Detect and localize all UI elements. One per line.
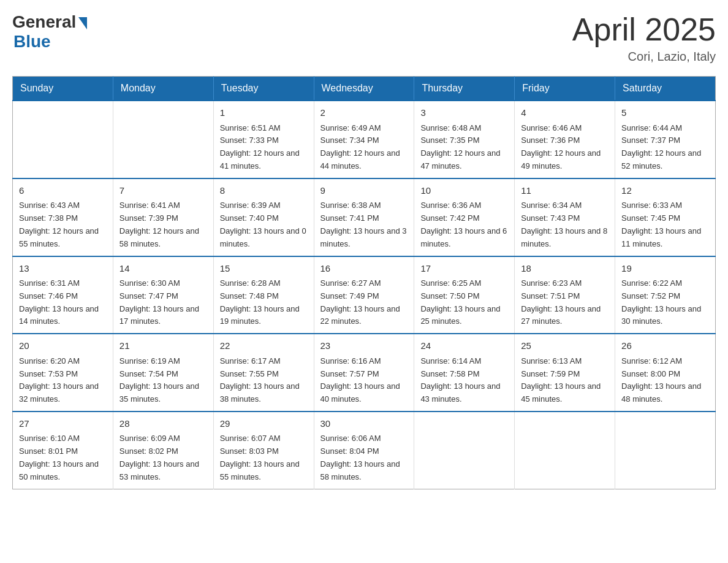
month-title: April 2025: [572, 12, 716, 47]
calendar-day-8: 8Sunrise: 6:39 AMSunset: 7:40 PMDaylight…: [213, 178, 314, 256]
title-block: April 2025 Cori, Lazio, Italy: [572, 12, 716, 64]
calendar-day-11: 11Sunrise: 6:34 AMSunset: 7:43 PMDayligh…: [515, 178, 615, 256]
day-number: 14: [119, 262, 207, 276]
day-info: Sunrise: 6:31 AMSunset: 7:46 PMDaylight:…: [19, 277, 107, 328]
calendar-day-25: 25Sunrise: 6:13 AMSunset: 7:59 PMDayligh…: [515, 334, 615, 412]
day-info: Sunrise: 6:13 AMSunset: 7:59 PMDaylight:…: [521, 355, 609, 406]
day-info: Sunrise: 6:41 AMSunset: 7:39 PMDaylight:…: [119, 199, 207, 250]
calendar-day-28: 28Sunrise: 6:09 AMSunset: 8:02 PMDayligh…: [113, 412, 213, 489]
calendar-day-17: 17Sunrise: 6:25 AMSunset: 7:50 PMDayligh…: [414, 256, 515, 334]
day-number: 28: [119, 417, 207, 431]
calendar-day-29: 29Sunrise: 6:07 AMSunset: 8:03 PMDayligh…: [213, 412, 314, 489]
calendar-day-30: 30Sunrise: 6:06 AMSunset: 8:04 PMDayligh…: [314, 412, 414, 489]
calendar-day-16: 16Sunrise: 6:27 AMSunset: 7:49 PMDayligh…: [314, 256, 414, 334]
day-number: 11: [521, 184, 609, 198]
day-info: Sunrise: 6:39 AMSunset: 7:40 PMDaylight:…: [220, 199, 308, 250]
calendar-day-12: 12Sunrise: 6:33 AMSunset: 7:45 PMDayligh…: [615, 178, 716, 256]
header-day-sunday: Sunday: [13, 77, 113, 101]
day-info: Sunrise: 6:23 AMSunset: 7:51 PMDaylight:…: [521, 277, 609, 328]
empty-cell: [414, 412, 515, 489]
calendar-day-3: 3Sunrise: 6:48 AMSunset: 7:35 PMDaylight…: [414, 101, 515, 178]
header-day-thursday: Thursday: [414, 77, 515, 101]
day-number: 19: [621, 262, 709, 276]
day-number: 24: [420, 339, 508, 353]
day-number: 6: [19, 184, 107, 198]
day-info: Sunrise: 6:10 AMSunset: 8:01 PMDaylight:…: [19, 432, 107, 483]
day-info: Sunrise: 6:33 AMSunset: 7:45 PMDaylight:…: [621, 199, 709, 250]
header-day-saturday: Saturday: [615, 77, 716, 101]
day-number: 26: [621, 339, 709, 353]
day-info: Sunrise: 6:44 AMSunset: 7:37 PMDaylight:…: [621, 122, 709, 173]
calendar-day-20: 20Sunrise: 6:20 AMSunset: 7:53 PMDayligh…: [13, 334, 113, 412]
day-number: 30: [320, 417, 408, 431]
calendar-day-9: 9Sunrise: 6:38 AMSunset: 7:41 PMDaylight…: [314, 178, 414, 256]
calendar-day-13: 13Sunrise: 6:31 AMSunset: 7:46 PMDayligh…: [13, 256, 113, 334]
header-day-wednesday: Wednesday: [314, 77, 414, 101]
calendar-day-27: 27Sunrise: 6:10 AMSunset: 8:01 PMDayligh…: [13, 412, 113, 489]
header-day-tuesday: Tuesday: [213, 77, 314, 101]
empty-cell: [615, 412, 716, 489]
day-info: Sunrise: 6:19 AMSunset: 7:54 PMDaylight:…: [119, 355, 207, 406]
day-number: 27: [19, 417, 107, 431]
calendar-week-4: 20Sunrise: 6:20 AMSunset: 7:53 PMDayligh…: [13, 334, 716, 412]
day-info: Sunrise: 6:36 AMSunset: 7:42 PMDaylight:…: [420, 199, 508, 250]
day-number: 5: [621, 106, 709, 120]
day-info: Sunrise: 6:20 AMSunset: 7:53 PMDaylight:…: [19, 355, 107, 406]
calendar-header-row: SundayMondayTuesdayWednesdayThursdayFrid…: [13, 77, 716, 101]
day-info: Sunrise: 6:46 AMSunset: 7:36 PMDaylight:…: [521, 122, 609, 173]
calendar-day-2: 2Sunrise: 6:49 AMSunset: 7:34 PMDaylight…: [314, 101, 414, 178]
day-info: Sunrise: 6:06 AMSunset: 8:04 PMDaylight:…: [320, 432, 408, 483]
day-number: 21: [119, 339, 207, 353]
day-info: Sunrise: 6:48 AMSunset: 7:35 PMDaylight:…: [420, 122, 508, 173]
day-number: 22: [220, 339, 308, 353]
day-info: Sunrise: 6:17 AMSunset: 7:55 PMDaylight:…: [220, 355, 308, 406]
day-info: Sunrise: 6:38 AMSunset: 7:41 PMDaylight:…: [320, 199, 408, 250]
day-number: 18: [521, 262, 609, 276]
day-number: 17: [420, 262, 508, 276]
day-info: Sunrise: 6:51 AMSunset: 7:33 PMDaylight:…: [220, 122, 308, 173]
day-number: 10: [420, 184, 508, 198]
day-info: Sunrise: 6:12 AMSunset: 8:00 PMDaylight:…: [621, 355, 709, 406]
day-info: Sunrise: 6:43 AMSunset: 7:38 PMDaylight:…: [19, 199, 107, 250]
empty-cell: [515, 412, 615, 489]
calendar-day-1: 1Sunrise: 6:51 AMSunset: 7:33 PMDaylight…: [213, 101, 314, 178]
calendar-day-14: 14Sunrise: 6:30 AMSunset: 7:47 PMDayligh…: [113, 256, 213, 334]
calendar-day-10: 10Sunrise: 6:36 AMSunset: 7:42 PMDayligh…: [414, 178, 515, 256]
calendar-day-26: 26Sunrise: 6:12 AMSunset: 8:00 PMDayligh…: [615, 334, 716, 412]
day-number: 4: [521, 106, 609, 120]
day-number: 29: [220, 417, 308, 431]
day-number: 2: [320, 106, 408, 120]
day-number: 13: [19, 262, 107, 276]
day-info: Sunrise: 6:49 AMSunset: 7:34 PMDaylight:…: [320, 122, 408, 173]
day-info: Sunrise: 6:09 AMSunset: 8:02 PMDaylight:…: [119, 432, 207, 483]
day-info: Sunrise: 6:16 AMSunset: 7:57 PMDaylight:…: [320, 355, 408, 406]
calendar-day-4: 4Sunrise: 6:46 AMSunset: 7:36 PMDaylight…: [515, 101, 615, 178]
calendar-day-23: 23Sunrise: 6:16 AMSunset: 7:57 PMDayligh…: [314, 334, 414, 412]
calendar-week-1: 1Sunrise: 6:51 AMSunset: 7:33 PMDaylight…: [13, 101, 716, 178]
day-number: 12: [621, 184, 709, 198]
day-number: 8: [220, 184, 308, 198]
day-info: Sunrise: 6:27 AMSunset: 7:49 PMDaylight:…: [320, 277, 408, 328]
day-number: 1: [220, 106, 308, 120]
day-number: 9: [320, 184, 408, 198]
header-day-friday: Friday: [515, 77, 615, 101]
calendar-day-19: 19Sunrise: 6:22 AMSunset: 7:52 PMDayligh…: [615, 256, 716, 334]
calendar-day-21: 21Sunrise: 6:19 AMSunset: 7:54 PMDayligh…: [113, 334, 213, 412]
day-info: Sunrise: 6:28 AMSunset: 7:48 PMDaylight:…: [220, 277, 308, 328]
calendar-day-15: 15Sunrise: 6:28 AMSunset: 7:48 PMDayligh…: [213, 256, 314, 334]
calendar-week-3: 13Sunrise: 6:31 AMSunset: 7:46 PMDayligh…: [13, 256, 716, 334]
calendar-day-6: 6Sunrise: 6:43 AMSunset: 7:38 PMDaylight…: [13, 178, 113, 256]
logo-arrow-icon: [78, 17, 87, 29]
logo-blue-text: Blue: [13, 32, 51, 52]
day-number: 16: [320, 262, 408, 276]
header-day-monday: Monday: [113, 77, 213, 101]
logo: General Blue: [12, 12, 87, 52]
calendar-day-18: 18Sunrise: 6:23 AMSunset: 7:51 PMDayligh…: [515, 256, 615, 334]
day-number: 23: [320, 339, 408, 353]
day-info: Sunrise: 6:07 AMSunset: 8:03 PMDaylight:…: [220, 432, 308, 483]
day-info: Sunrise: 6:25 AMSunset: 7:50 PMDaylight:…: [420, 277, 508, 328]
day-number: 7: [119, 184, 207, 198]
calendar-day-22: 22Sunrise: 6:17 AMSunset: 7:55 PMDayligh…: [213, 334, 314, 412]
empty-cell: [13, 101, 113, 178]
page-header: General Blue April 2025 Cori, Lazio, Ita…: [12, 12, 716, 64]
